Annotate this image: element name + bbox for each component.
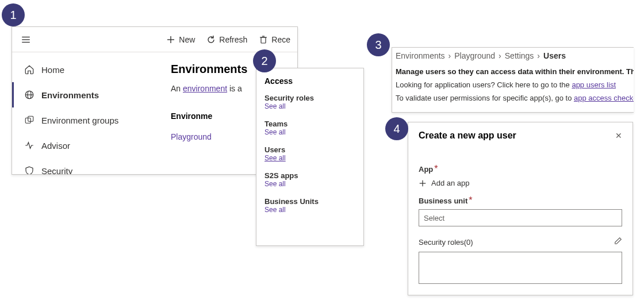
security-roles-label: Security roles(0) bbox=[419, 238, 614, 247]
chevron-right-icon: › bbox=[499, 51, 501, 60]
nav-home[interactable]: Home bbox=[12, 57, 162, 82]
add-app-label: Add an app bbox=[431, 179, 470, 187]
globe-icon bbox=[24, 90, 34, 100]
app-users-list-link[interactable]: app users list bbox=[572, 80, 616, 89]
step-badge-1: 1 bbox=[2, 3, 25, 26]
see-all-bu[interactable]: See all bbox=[264, 206, 355, 214]
close-icon[interactable]: ✕ bbox=[615, 131, 622, 140]
step-badge-2: 2 bbox=[253, 49, 276, 72]
shield-icon bbox=[24, 166, 34, 175]
new-button[interactable]: New bbox=[163, 33, 198, 47]
hamburger-icon[interactable] bbox=[12, 34, 40, 45]
business-unit-placeholder: Select bbox=[424, 214, 444, 222]
security-roles-box[interactable] bbox=[419, 252, 622, 284]
crumb-settings[interactable]: Settings bbox=[505, 51, 534, 60]
see-all-users[interactable]: See all bbox=[264, 154, 355, 162]
nav-security-label: Security bbox=[41, 166, 72, 175]
access-group-label: S2S apps bbox=[264, 171, 355, 180]
required-marker: * bbox=[469, 195, 472, 205]
access-business-units: Business Units See all bbox=[264, 197, 355, 214]
users-intro-line3: To validate user permissions for specifi… bbox=[396, 94, 628, 102]
nav-environments[interactable]: Environments bbox=[12, 82, 162, 107]
edit-roles-button[interactable] bbox=[614, 237, 622, 247]
plus-icon bbox=[166, 35, 175, 44]
app-access-checker-link[interactable]: app access checker. bbox=[574, 94, 634, 102]
see-all-security-roles[interactable]: See all bbox=[264, 102, 355, 110]
nav-home-label: Home bbox=[41, 65, 64, 75]
users-page-panel: Environments › Playground › Settings › U… bbox=[392, 47, 634, 113]
access-panel: Access Security roles See all Teams See … bbox=[256, 68, 364, 246]
crumb-environments[interactable]: Environments bbox=[396, 51, 445, 60]
required-marker: * bbox=[434, 164, 438, 174]
chevron-right-icon: › bbox=[537, 51, 540, 60]
crumb-playground[interactable]: Playground bbox=[454, 51, 495, 60]
users-intro-line2: Looking for application users? Click her… bbox=[396, 80, 628, 89]
see-all-teams[interactable]: See all bbox=[264, 128, 355, 136]
create-app-user-panel: Create a new app user ✕ App* Add an app … bbox=[408, 122, 633, 295]
crumb-users: Users bbox=[543, 51, 566, 60]
svg-rect-5 bbox=[261, 37, 266, 43]
business-unit-select[interactable]: Select bbox=[419, 209, 622, 226]
access-group-label: Users bbox=[264, 145, 355, 154]
access-group-label: Teams bbox=[264, 120, 355, 128]
nav-advisor-label: Advisor bbox=[41, 141, 70, 151]
app-label: App bbox=[419, 165, 433, 174]
step-badge-3: 3 bbox=[367, 33, 390, 56]
recent-button[interactable]: Rece bbox=[255, 33, 294, 47]
access-teams: Teams See all bbox=[264, 120, 355, 136]
nav-env-groups-label: Environment groups bbox=[41, 116, 118, 125]
environments-panel: New Refresh Rece Home Environments bbox=[12, 26, 298, 175]
topbar: New Refresh Rece bbox=[12, 27, 297, 52]
access-users: Users See all bbox=[264, 145, 355, 162]
chevron-right-icon: › bbox=[448, 51, 451, 60]
add-app-button[interactable]: Add an app bbox=[419, 179, 622, 187]
nav-environments-label: Environments bbox=[41, 90, 99, 100]
refresh-button-label: Refresh bbox=[219, 35, 247, 44]
access-title: Access bbox=[264, 76, 355, 86]
new-button-label: New bbox=[179, 35, 195, 44]
access-s2s-apps: S2S apps See all bbox=[264, 171, 355, 188]
create-app-user-title: Create a new app user bbox=[419, 130, 615, 141]
pencil-icon bbox=[614, 237, 622, 245]
step-badge-4: 4 bbox=[385, 117, 408, 140]
refresh-icon bbox=[206, 35, 216, 44]
env-groups-icon bbox=[24, 115, 34, 125]
trash-icon bbox=[259, 35, 268, 44]
access-security-roles: Security roles See all bbox=[264, 94, 355, 110]
home-icon bbox=[24, 64, 34, 75]
environment-link[interactable]: environment bbox=[183, 84, 227, 93]
nav-advisor[interactable]: Advisor bbox=[12, 133, 162, 158]
refresh-button[interactable]: Refresh bbox=[203, 33, 251, 47]
plus-icon bbox=[419, 179, 427, 187]
users-intro-bold: Manage users so they can access data wit… bbox=[396, 67, 628, 76]
sidebar: Home Environments Environment groups Adv… bbox=[12, 52, 162, 174]
business-unit-label: Business unit bbox=[419, 197, 467, 205]
see-all-s2s[interactable]: See all bbox=[264, 180, 355, 188]
access-group-label: Security roles bbox=[264, 94, 355, 102]
nav-security[interactable]: Security bbox=[12, 158, 162, 175]
nav-environment-groups[interactable]: Environment groups bbox=[12, 107, 162, 133]
pulse-icon bbox=[24, 140, 34, 151]
breadcrumb: Environments › Playground › Settings › U… bbox=[396, 51, 628, 60]
recent-button-label: Rece bbox=[271, 35, 290, 44]
access-group-label: Business Units bbox=[264, 197, 355, 206]
